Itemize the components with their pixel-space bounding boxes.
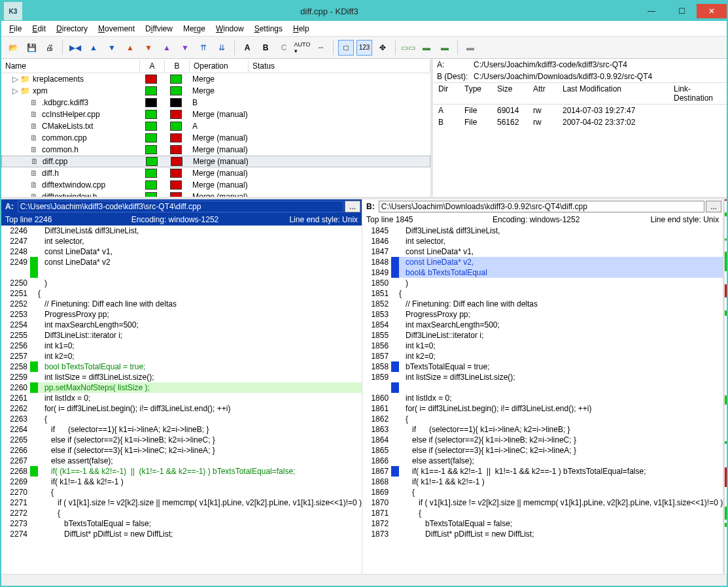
menu-directory[interactable]: Directory <box>51 22 93 35</box>
pane-a-eol: Line end style: Unix <box>227 215 358 224</box>
ih-type[interactable]: Type <box>459 83 492 104</box>
horizontal-scrollbar[interactable] <box>1 574 727 586</box>
pane-a-browse-button[interactable]: ... <box>345 201 360 212</box>
col-status[interactable]: Status <box>249 60 430 72</box>
ih-mod[interactable]: Last Modification <box>557 83 668 104</box>
diff-pane-a: A: ... Top line 2246 Encoding: windows-1… <box>1 199 362 574</box>
file-row[interactable]: 🗎ccInstHelper.cppMerge (manual) <box>1 109 430 120</box>
menubar: File Edit Directory Movement Diffview Me… <box>1 21 727 37</box>
pane-b-path-input[interactable] <box>379 201 704 212</box>
directory-pane: Name A B Operation Status ▷📁kreplacement… <box>1 59 433 197</box>
choose-c-icon[interactable]: C <box>276 40 292 56</box>
menu-settings[interactable]: Settings <box>249 22 288 35</box>
up-double-icon[interactable]: ⇈ <box>196 40 211 56</box>
app-icon: K3 <box>4 2 22 20</box>
fullscreen-icon[interactable]: ✥ <box>375 40 390 56</box>
ih-dir[interactable]: Dir <box>433 83 459 104</box>
file-row[interactable]: 🗎difftextwindow.cppMerge (manual) <box>1 179 430 191</box>
close-button[interactable]: ✕ <box>697 4 727 18</box>
file-row[interactable]: 🗎CMakeLists.txtA <box>1 120 430 132</box>
info-a-path: C:/Users/Joachim/kdiff3-code/kdiff3/src-… <box>474 60 627 69</box>
menu-merge[interactable]: Merge <box>178 22 211 35</box>
pane-b-browse-button[interactable]: ... <box>706 201 721 212</box>
menu-diffview[interactable]: Diffview <box>140 22 178 35</box>
goto-icon[interactable]: ▶◀ <box>67 40 83 56</box>
pane-b-encoding: Encoding: windows-1252 <box>484 215 588 224</box>
ih-ld[interactable]: Link-Destination <box>668 83 727 104</box>
info-row: BFile56162rw2007-04-02 23:37:02 <box>433 116 727 128</box>
pane-a-encoding: Encoding: windows-1252 <box>123 215 227 224</box>
pane-a-topline: Top line 2246 <box>5 215 123 224</box>
pane-b-label: B: <box>364 202 377 211</box>
menu-movement[interactable]: Movement <box>93 22 140 35</box>
choose-a-icon[interactable]: A <box>239 40 255 56</box>
dash-icon[interactable]: ┄ <box>313 40 328 56</box>
info-b-label: B (Dest): <box>437 72 474 81</box>
down-conflict-icon[interactable]: ▼ <box>141 40 156 56</box>
diff-pane-b: B: ... Top line 1845 Encoding: windows-1… <box>362 199 723 574</box>
minimize-button[interactable]: — <box>636 4 667 18</box>
file-row[interactable]: 🗎diff.hMerge (manual) <box>1 167 430 179</box>
choose-b-icon[interactable]: B <box>258 40 273 56</box>
pane-b-eol: Line end style: Unix <box>588 215 719 224</box>
up-single-icon[interactable]: ▲ <box>86 40 101 56</box>
extra-icon[interactable]: ▬ <box>462 40 478 56</box>
file-row[interactable]: 🗎common.cppMerge (manual) <box>1 132 430 144</box>
code-b[interactable]: 1845184618471848184918501851185218531854… <box>362 226 723 574</box>
titlebar: K3 diff.cpp - KDiff3 — ☐ ✕ <box>1 1 727 21</box>
up-multi-icon[interactable]: ▲ <box>159 40 175 56</box>
toolbar: 📂 💾 🖨 ▶◀ ▲ ▼ ▲ ▼ ▲ ▼ ⇈ ⇊ A B C AUTO▾ ┄ □… <box>1 37 727 59</box>
workarea: Name A B Operation Status ▷📁kreplacement… <box>1 59 727 586</box>
open-icon[interactable]: 📂 <box>5 40 21 56</box>
split-v-icon[interactable]: ▬ <box>419 40 434 56</box>
ih-attr[interactable]: Attr <box>528 83 557 104</box>
menu-help[interactable]: Help <box>288 22 315 35</box>
info-pane: A:C:/Users/Joachim/kdiff3-code/kdiff3/sr… <box>433 59 727 197</box>
down-double-icon[interactable]: ⇊ <box>214 40 230 56</box>
file-row[interactable]: 🗎common.hMerge (manual) <box>1 144 430 156</box>
col-a[interactable]: A <box>140 60 165 72</box>
down-single-icon[interactable]: ▼ <box>104 40 120 56</box>
pane-a-label: A: <box>3 202 16 211</box>
col-name[interactable]: Name <box>1 60 140 72</box>
split-h-icon[interactable]: ▭▭ <box>400 40 416 56</box>
menu-edit[interactable]: Edit <box>27 22 51 35</box>
showlineno-icon[interactable]: 123 <box>356 40 372 56</box>
info-a-label: A: <box>437 60 474 69</box>
overview-strip[interactable] <box>723 199 727 574</box>
auto-icon[interactable]: AUTO▾ <box>294 40 310 56</box>
col-op[interactable]: Operation <box>190 60 249 72</box>
file-row[interactable]: 🗎difftextwindow.hMerge (manual) <box>1 191 430 197</box>
col-b[interactable]: B <box>165 60 190 72</box>
info-b-path: C:/Users/Joachim/Downloads/kdiff3-0.9.92… <box>474 72 652 81</box>
file-row[interactable]: 🗎.kdbgrc.kdiff3B <box>1 97 430 109</box>
file-row[interactable]: ▷📁xpmMerge <box>1 85 430 97</box>
unsplit-icon[interactable]: ▬ <box>437 40 453 56</box>
code-a[interactable]: 2246224722482249225022512252225322542255… <box>1 226 362 574</box>
window-title: diff.cpp - KDiff3 <box>22 7 636 16</box>
menu-file[interactable]: File <box>4 22 27 35</box>
maximize-button[interactable]: ☐ <box>667 4 697 18</box>
print-icon[interactable]: 🖨 <box>42 40 58 56</box>
up-conflict-icon[interactable]: ▲ <box>122 40 138 56</box>
pane-b-topline: Top line 1845 <box>366 215 484 224</box>
file-row[interactable]: ▷📁kreplacementsMerge <box>1 73 430 85</box>
down-multi-icon[interactable]: ▼ <box>177 40 193 56</box>
info-row: AFile69014rw2014-07-03 19:27:47 <box>433 105 727 116</box>
menu-window[interactable]: Window <box>211 22 249 35</box>
ih-size[interactable]: Size <box>492 83 528 104</box>
pane-a-path-input[interactable] <box>18 201 343 212</box>
showspace-icon[interactable]: □ <box>338 40 354 56</box>
file-row[interactable]: 🗎diff.cppMerge (manual) <box>1 156 430 167</box>
save-icon[interactable]: 💾 <box>24 40 39 56</box>
